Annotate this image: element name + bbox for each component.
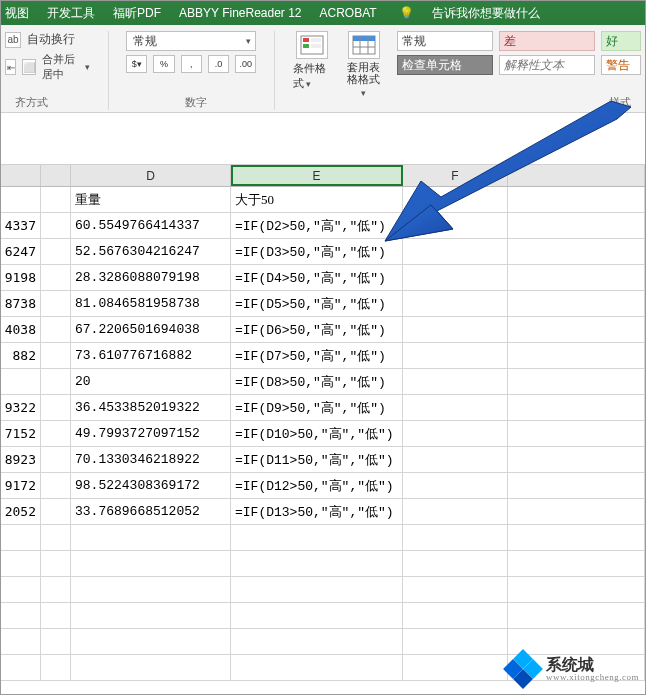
table-row: 88273.610776716882=IF(D7>50,"高","低") (1, 343, 645, 369)
wrap-text-icon[interactable]: ab (5, 32, 21, 48)
table-row: 917298.5224308369172=IF(D12>50,"高","低") (1, 473, 645, 499)
cell-c-tail[interactable]: 8738 (1, 291, 41, 316)
cell-c-tail[interactable]: 2052 (1, 499, 41, 524)
percent-button[interactable]: % (153, 55, 174, 73)
increase-decimal-button[interactable]: .0 (208, 55, 229, 73)
cell-c-tail[interactable]: 4038 (1, 317, 41, 342)
watermark-url: www.xitongcheng.com (546, 673, 639, 682)
lightbulb-icon: 💡 (399, 6, 414, 20)
number-format-dropdown[interactable]: 常规 (126, 31, 256, 51)
cell-d[interactable]: 98.5224308369172 (71, 473, 231, 498)
style-explanatory[interactable]: 解释性文本 (499, 55, 595, 75)
cell-d[interactable]: 49.7993727097152 (71, 421, 231, 446)
menu-devtools[interactable]: 开发工具 (47, 5, 95, 22)
cell-d[interactable]: 52.5676304216247 (71, 239, 231, 264)
cell-e[interactable]: =IF(D3>50,"高","低") (231, 239, 403, 264)
cell-d[interactable]: 73.610776716882 (71, 343, 231, 368)
cell-e[interactable]: =IF(D2>50,"高","低") (231, 213, 403, 238)
table-row: 715249.7993727097152=IF(D10>50,"高","低") (1, 421, 645, 447)
cell-d[interactable]: 36.4533852019322 (71, 395, 231, 420)
alignment-group-label: 齐方式 (15, 95, 48, 110)
style-good[interactable]: 好 (601, 31, 641, 51)
cell-d[interactable]: 20 (71, 369, 231, 394)
cell-d[interactable]: 60.5549766414337 (71, 213, 231, 238)
style-warning[interactable]: 警告 (601, 55, 641, 75)
cell-c-tail[interactable]: 882 (1, 343, 41, 368)
cell-e[interactable]: =IF(D6>50,"高","低") (231, 317, 403, 342)
table-row: 932236.4533852019322=IF(D9>50,"高","低") (1, 395, 645, 421)
menu-abbyy[interactable]: ABBYY FineReader 12 (179, 6, 302, 20)
header-gt50[interactable]: 大于50 (231, 187, 403, 212)
cell-d[interactable]: 67.2206501694038 (71, 317, 231, 342)
style-bad[interactable]: 差 (499, 31, 595, 51)
col-header-rest[interactable] (508, 165, 645, 186)
column-headers: D E F (1, 165, 645, 187)
menu-view[interactable]: 视图 (5, 5, 29, 22)
col-header-f[interactable]: F (403, 165, 508, 186)
blank-rows (1, 113, 645, 165)
merge-icon[interactable]: ⬜ (22, 59, 36, 75)
style-normal[interactable]: 常规 (397, 31, 493, 51)
menu-acrobat[interactable]: ACROBAT (320, 6, 377, 20)
cell-e[interactable]: =IF(D10>50,"高","低") (231, 421, 403, 446)
cell-d[interactable]: 28.3286088079198 (71, 265, 231, 290)
spreadsheet-grid[interactable]: 重量 大于50 433760.5549766414337=IF(D2>50,"高… (1, 187, 645, 695)
cell-e[interactable]: =IF(D5>50,"高","低") (231, 291, 403, 316)
cell-c-tail[interactable]: 9322 (1, 395, 41, 420)
comma-button[interactable]: , (181, 55, 202, 73)
cell-d[interactable]: 81.0846581958738 (71, 291, 231, 316)
cell-c-tail[interactable]: 8923 (1, 447, 41, 472)
ribbon: ab 自动换行 ⇤ ⬜ 合并后居中 ▾ 常规 $▾ % , .0 .00 条件格… (1, 25, 645, 113)
menu-foxit[interactable]: 福昕PDF (113, 5, 161, 22)
col-header-e[interactable]: E (231, 165, 403, 186)
decrease-decimal-button[interactable]: .00 (235, 55, 256, 73)
indent-icon[interactable]: ⇤ (5, 59, 16, 75)
conditional-format-button[interactable]: 条件格式 (293, 31, 331, 91)
cell-c-tail[interactable]: 4337 (1, 213, 41, 238)
currency-button[interactable]: $▾ (126, 55, 147, 73)
table-row: 873881.0846581958738=IF(D5>50,"高","低") (1, 291, 645, 317)
svg-rect-3 (311, 38, 321, 42)
table-header-row: 重量 大于50 (1, 187, 645, 213)
watermark-title: 系统城 (546, 657, 639, 673)
cell-c-tail[interactable]: 9198 (1, 265, 41, 290)
table-format-button[interactable]: 套用表格格式 (345, 31, 383, 99)
style-check-cell[interactable]: 检查单元格 (397, 55, 493, 75)
styles-group-label: 样式 (609, 95, 631, 110)
col-header-stub[interactable] (1, 165, 41, 186)
merge-center-button[interactable]: 合并后居中 (42, 52, 78, 82)
table-row: 403867.2206501694038=IF(D6>50,"高","低") (1, 317, 645, 343)
empty-row (1, 577, 645, 603)
cell-e[interactable]: =IF(D4>50,"高","低") (231, 265, 403, 290)
cell-e[interactable]: =IF(D12>50,"高","低") (231, 473, 403, 498)
table-row: 624752.5676304216247=IF(D3>50,"高","低") (1, 239, 645, 265)
header-weight[interactable]: 重量 (71, 187, 231, 212)
cell-e[interactable]: =IF(D8>50,"高","低") (231, 369, 403, 394)
cell-e[interactable]: =IF(D11>50,"高","低") (231, 447, 403, 472)
cell-e[interactable]: =IF(D7>50,"高","低") (231, 343, 403, 368)
conditional-format-icon (296, 31, 328, 59)
cell-c-tail[interactable]: 7152 (1, 421, 41, 446)
table-row: 892370.1330346218922=IF(D11>50,"高","低") (1, 447, 645, 473)
tell-me-input[interactable]: 告诉我你想要做什么 (432, 5, 540, 22)
cell-d[interactable]: 70.1330346218922 (71, 447, 231, 472)
watermark: 系统城 www.xitongcheng.com (506, 652, 639, 686)
col-header-c[interactable] (41, 165, 71, 186)
svg-rect-6 (353, 36, 375, 41)
cell-e[interactable]: =IF(D9>50,"高","低") (231, 395, 403, 420)
cell-c-tail[interactable] (1, 369, 41, 394)
empty-row (1, 525, 645, 551)
svg-rect-2 (303, 44, 309, 48)
cell-c-tail[interactable]: 6247 (1, 239, 41, 264)
wrap-text-button[interactable]: 自动换行 (27, 31, 75, 48)
table-format-icon (348, 31, 380, 59)
cell-c-tail[interactable]: 9172 (1, 473, 41, 498)
number-group-label: 数字 (185, 95, 207, 110)
svg-rect-1 (303, 38, 309, 42)
cell-d[interactable]: 33.7689668512052 (71, 499, 231, 524)
cell-e[interactable]: =IF(D13>50,"高","低") (231, 499, 403, 524)
col-header-d[interactable]: D (71, 165, 231, 186)
svg-rect-4 (311, 44, 321, 48)
table-row: 433760.5549766414337=IF(D2>50,"高","低") (1, 213, 645, 239)
table-row: 205233.7689668512052=IF(D13>50,"高","低") (1, 499, 645, 525)
